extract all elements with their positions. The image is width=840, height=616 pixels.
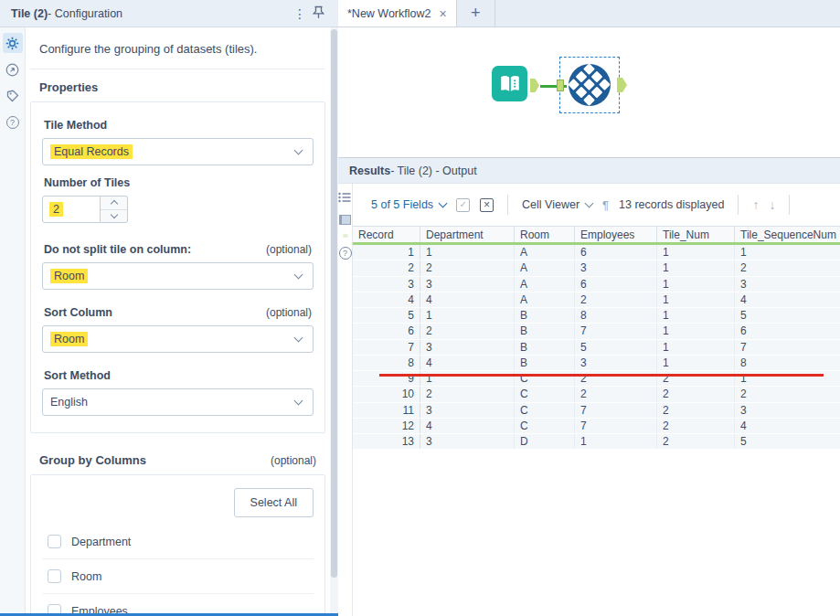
- group-by-optional: (optional): [271, 454, 316, 467]
- help-icon[interactable]: ?: [339, 247, 352, 260]
- column-header-department[interactable]: Department: [420, 227, 515, 242]
- table-cell: 4: [420, 292, 515, 307]
- table-cell: 1: [657, 245, 735, 260]
- results-grid: Record Department Room Employees Tile_Nu…: [353, 227, 840, 616]
- department-checkbox-label: Department: [71, 536, 131, 548]
- table-cell: 2: [657, 387, 735, 401]
- table-cell: A: [515, 245, 575, 260]
- table-cell: 6: [575, 245, 657, 260]
- group-by-row-room[interactable]: Room: [42, 559, 314, 594]
- table-row[interactable]: 124C724: [353, 419, 840, 434]
- department-checkbox[interactable]: [48, 535, 61, 548]
- tile-method-dropdown[interactable]: Equal Records: [42, 138, 314, 165]
- text-input-output-anchor[interactable]: [530, 79, 539, 92]
- stepper-up-button[interactable]: [101, 196, 127, 210]
- group-by-row-employees[interactable]: Employees: [42, 594, 314, 613]
- table-row[interactable]: 44A214: [353, 292, 840, 308]
- table-row[interactable]: 84B318: [353, 356, 840, 371]
- table-cell: 7: [735, 340, 840, 355]
- scrollbar-thumb[interactable]: [331, 29, 337, 578]
- column-header-tile-num[interactable]: Tile_Num: [657, 227, 735, 242]
- tile-input-anchor[interactable]: [557, 80, 564, 91]
- table-cell: 6: [575, 277, 657, 292]
- fields-dropdown[interactable]: 5 of 5 Fields: [371, 198, 446, 211]
- tool-description: Configure the grouping of datasets (tile…: [30, 27, 325, 69]
- table-cell: 2: [735, 387, 840, 401]
- number-of-tiles-input[interactable]: 2: [42, 196, 101, 223]
- scroll-up-icon[interactable]: ↑: [752, 197, 759, 212]
- configuration-content: Configure the grouping of datasets (tile…: [26, 27, 338, 613]
- input-view-icon[interactable]: [339, 215, 351, 225]
- table-cell: 5: [735, 308, 840, 323]
- column-header-record[interactable]: Record: [353, 227, 420, 242]
- results-title-suffix: - Tile (2) - Output: [390, 165, 476, 177]
- sort-column-label: Sort Column: [44, 306, 112, 319]
- table-cell: 5: [353, 308, 420, 323]
- table-row[interactable]: 62B716: [353, 324, 840, 339]
- annotation-tab-icon[interactable]: [3, 86, 23, 106]
- cell-viewer-dropdown[interactable]: Cell Viewer: [522, 198, 592, 211]
- no-split-dropdown[interactable]: Room: [42, 262, 314, 290]
- configuration-panel: Tile (2) - Configuration ⋮ ?: [0, 0, 338, 616]
- tile-output-anchor[interactable]: [617, 78, 627, 92]
- table-row[interactable]: 51B815: [353, 308, 840, 324]
- close-icon[interactable]: ×: [439, 6, 446, 21]
- employees-checkbox[interactable]: [48, 604, 61, 613]
- table-cell: 8: [353, 356, 420, 370]
- column-header-employees[interactable]: Employees: [575, 227, 657, 242]
- help-tab-icon[interactable]: ?: [3, 112, 23, 133]
- table-row[interactable]: 113C723: [353, 403, 840, 419]
- room-checkbox[interactable]: [48, 569, 61, 583]
- properties-group: Tile Method Equal Records Number of Tile…: [30, 101, 325, 433]
- table-cell: 3: [420, 277, 515, 292]
- room-checkbox-label: Room: [71, 570, 101, 583]
- table-row[interactable]: 73B517: [353, 340, 840, 356]
- table-cell: B: [515, 356, 575, 370]
- text-input-tool[interactable]: [492, 66, 527, 101]
- new-tab-button[interactable]: +: [457, 0, 495, 27]
- output-view-selected[interactable]: [343, 234, 348, 238]
- workflow-canvas[interactable]: [338, 27, 840, 157]
- tab-new-workflow2[interactable]: *New Workflow2 ×: [338, 0, 457, 27]
- configuration-scrollbar[interactable]: [330, 27, 338, 613]
- column-header-tile-sequencenum[interactable]: Tile_SequenceNum: [735, 227, 840, 242]
- chevron-down-icon: [294, 146, 303, 155]
- sort-method-value: English: [50, 396, 88, 409]
- kebab-menu-icon[interactable]: ⋮: [291, 6, 309, 21]
- cancel-x-icon[interactable]: ×: [480, 198, 494, 212]
- records-displayed: 13 records displayed: [619, 198, 724, 211]
- pin-icon[interactable]: [309, 5, 327, 22]
- apply-checkmark-icon[interactable]: ✓: [456, 198, 470, 212]
- table-cell: 3: [575, 356, 657, 370]
- red-annotation-line: [379, 374, 824, 377]
- whitespace-toggle-icon[interactable]: ¶: [602, 198, 609, 212]
- configuration-tab-icon[interactable]: [3, 33, 23, 53]
- table-row[interactable]: 11A611: [353, 245, 840, 260]
- column-header-room[interactable]: Room: [515, 227, 575, 242]
- number-of-tiles-value: 2: [49, 202, 63, 217]
- sort-method-dropdown[interactable]: English: [42, 388, 314, 416]
- group-by-columns-group: Select All Department Room: [30, 474, 325, 613]
- tile-tool[interactable]: [569, 64, 611, 106]
- select-all-button[interactable]: Select All: [234, 488, 314, 517]
- results-header: Results - Tile (2) - Output: [338, 158, 840, 184]
- stepper-down-button[interactable]: [101, 210, 127, 223]
- chevron-down-icon: [110, 211, 117, 218]
- table-cell: 2: [575, 387, 657, 401]
- table-row[interactable]: 22A312: [353, 260, 840, 276]
- table-row[interactable]: 33A613: [353, 277, 840, 292]
- table-cell: 6: [735, 324, 840, 338]
- table-cell: 1: [657, 340, 735, 355]
- tile-icon: [569, 64, 611, 106]
- sort-column-dropdown[interactable]: Room: [42, 325, 314, 353]
- metadata-view-icon[interactable]: [338, 192, 352, 206]
- scroll-down-icon[interactable]: ↓: [769, 197, 775, 212]
- table-row[interactable]: 102C222: [353, 387, 840, 402]
- sort-column-optional: (optional): [266, 306, 312, 319]
- table-cell: 4: [420, 356, 515, 370]
- table-cell: 7: [575, 324, 657, 338]
- table-row[interactable]: 133D125: [353, 434, 840, 450]
- group-by-row-department[interactable]: Department: [42, 525, 314, 559]
- navigation-tab-icon[interactable]: [3, 59, 23, 80]
- table-cell: 2: [420, 260, 515, 275]
